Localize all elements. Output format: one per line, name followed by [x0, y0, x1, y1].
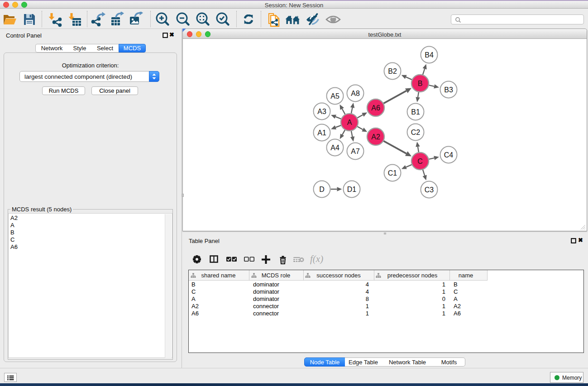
svg-text:C4: C4 [444, 151, 454, 159]
svg-text:C2: C2 [411, 129, 421, 136]
svg-text:A5: A5 [330, 92, 339, 100]
svg-text:B1: B1 [411, 108, 420, 116]
svg-text:A1: A1 [317, 129, 326, 137]
svg-text:C1: C1 [388, 169, 397, 177]
svg-text:A: A [347, 119, 352, 126]
svg-text:C: C [417, 157, 423, 165]
svg-text:D1: D1 [347, 186, 357, 193]
svg-text:C3: C3 [425, 186, 434, 194]
svg-text:B: B [418, 80, 423, 87]
svg-text:A4: A4 [330, 144, 339, 152]
svg-text:D: D [319, 186, 325, 193]
svg-text:A7: A7 [351, 148, 360, 155]
svg-text:A8: A8 [351, 90, 360, 97]
svg-text:A6: A6 [371, 104, 380, 112]
svg-text:B2: B2 [388, 67, 397, 75]
svg-text:A3: A3 [317, 108, 326, 115]
svg-text:A2: A2 [371, 133, 380, 141]
svg-text:B4: B4 [425, 51, 434, 59]
svg-text:B3: B3 [444, 86, 453, 94]
